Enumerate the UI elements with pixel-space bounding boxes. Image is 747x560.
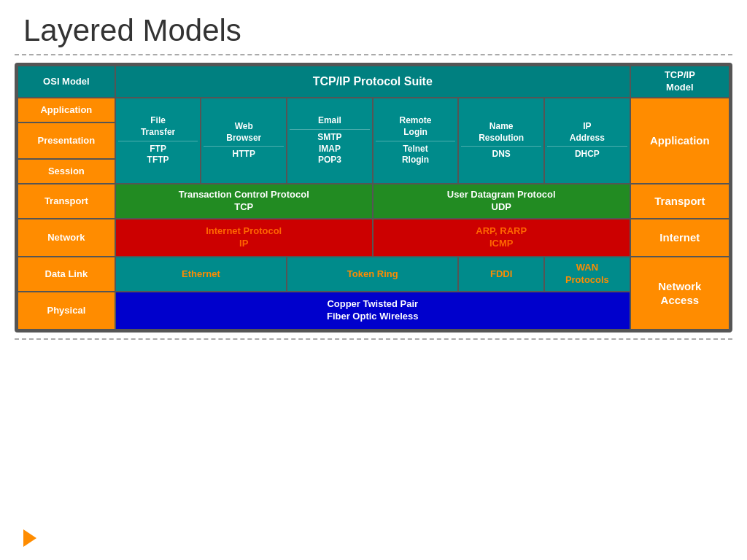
proto-physical: Copper Twisted Pair Fiber Optic Wireless [115, 292, 630, 330]
proto-dns: Name ResolutionDNS [458, 98, 544, 184]
header-tcpip-model-label: TCP/IP Model [630, 66, 729, 98]
tcpip-model-transport: Transport [630, 184, 729, 219]
tcpip-model-application: Application [630, 98, 729, 184]
header-osi-label: OSI Model [18, 66, 115, 98]
osi-presentation-row: Presentation [18, 122, 115, 159]
proto-dhcp: IP AddressDHCP [544, 98, 630, 184]
proto-telnet: Remote LoginTelnet Rlogin [373, 98, 459, 184]
page-title: Layered Models [0, 0, 747, 54]
bottom-divider [15, 338, 732, 340]
osi-session-row: Session [18, 159, 115, 184]
proto-fddi: FDDI [458, 257, 544, 292]
next-arrow [23, 529, 36, 547]
proto-email: EmailSMTP IMAP POP3 [287, 98, 373, 184]
proto-ethernet: Ethernet [115, 257, 287, 292]
osi-application-row: Application [18, 98, 115, 122]
proto-file-transfer: File TransferFTP TFTP [115, 98, 201, 184]
osi-network-row: Network [18, 219, 115, 257]
tcpip-model-network-access: Network Access [630, 257, 729, 330]
proto-web-browser: Web BrowserHTTP [201, 98, 287, 184]
osi-physical-row: Physical [18, 292, 115, 330]
proto-wan: WAN Protocols [544, 257, 630, 292]
tcpip-model-internet: Internet [630, 219, 729, 257]
layered-models-main-table: OSI Model TCP/IP Protocol Suite TCP/IP M… [15, 63, 732, 332]
proto-ip: Internet Protocol IP [115, 219, 373, 257]
proto-token-ring: Token Ring [287, 257, 458, 292]
osi-transport-row: Transport [18, 184, 115, 219]
header-tcpip-suite-label: TCP/IP Protocol Suite [115, 66, 630, 98]
proto-udp: User Datagram Protocol UDP [373, 184, 630, 219]
osi-datalink-row: Data Link [18, 257, 115, 292]
title-divider [15, 54, 732, 55]
proto-tcp: Transaction Control Protocol TCP [115, 184, 373, 219]
proto-arp: ARP, RARP ICMP [373, 219, 630, 257]
